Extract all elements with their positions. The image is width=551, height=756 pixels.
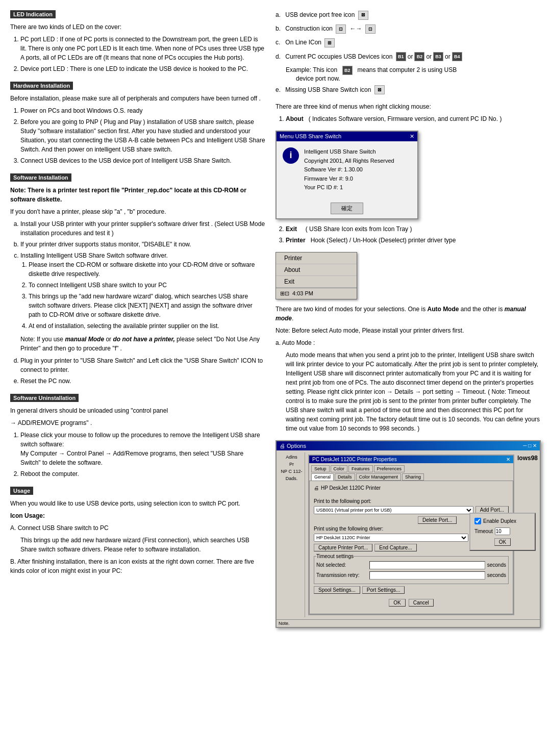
construction-icon-right: ⊡ <box>365 24 375 34</box>
usb-free-icon: ⊠ <box>358 11 368 20</box>
hardware-intro: Before installation, please make sure al… <box>10 94 265 103</box>
list-item: Reset the PC now. <box>20 376 265 386</box>
sidebar-label-dads: Dads. <box>286 476 298 481</box>
driver-select[interactable]: HP DeskJet 1120C Printer <box>314 534 468 542</box>
printer-dialog-title: 🖨 Options <box>280 443 306 449</box>
led-intro: There are two kinds of LED on the cover: <box>10 22 265 32</box>
transmission-input[interactable] <box>369 571 485 579</box>
uninstall-arrow: → ADD/REMOVE programs" . <box>10 418 265 427</box>
not-selected-input[interactable] <box>369 561 485 569</box>
icon-label-a: a. <box>276 10 284 20</box>
list-item: Plug in your printer to "USB Share Switc… <box>20 356 265 374</box>
missing-icon: ⊠ <box>374 85 385 94</box>
software-alpha-list: Install your USB printer with your print… <box>20 219 265 331</box>
or-1: or <box>408 52 413 62</box>
d-example-text: Example: This icon <box>286 66 339 73</box>
icon-row-c: c. On Line ICon ⊞ <box>276 38 541 47</box>
taskbar-icons: ⊞⊡ <box>280 290 289 297</box>
sidebar-label-np: NP C 112- <box>281 469 303 474</box>
printer-name-row: 🖨 HP DeskJet 1120C Printer <box>314 485 509 491</box>
inner-close-icon[interactable]: ✕ <box>506 457 510 462</box>
usage-section: Usage When you would like to use USB dev… <box>10 487 265 575</box>
tab-features[interactable]: Features <box>348 465 373 472</box>
d-example-text3: device port now. <box>296 75 340 82</box>
about-ok-button[interactable]: 確定 <box>331 203 363 214</box>
close-icon[interactable]: ✕ <box>410 133 414 140</box>
list-item: Device port LED : There is one LED to in… <box>20 64 265 73</box>
led-header: LED Indication <box>10 10 56 18</box>
enable-duplex-checkbox[interactable] <box>474 518 481 524</box>
not-selected-label: Not selected: <box>316 562 367 568</box>
printer-ok-button[interactable]: OK <box>389 599 405 607</box>
tab-sharing[interactable]: Sharing <box>402 473 424 481</box>
list-item: This brings up the "add new hardware wiz… <box>29 292 265 319</box>
list-item: If your printer driver supports status m… <box>20 240 265 249</box>
printer-sub-dialog: Adins Pr NP C 112- Dads. PC DeskJet 1120… <box>277 450 540 619</box>
context-menu-about[interactable]: About <box>276 264 357 276</box>
icon-text-a: USB device port free icon <box>284 10 357 20</box>
arrow-symbol: ←→ <box>349 24 362 34</box>
modes-section: There are two kind of modes for your sel… <box>276 305 541 433</box>
transmission-unit: seconds <box>487 572 506 578</box>
tab-preferences[interactable]: Preferences <box>374 465 405 472</box>
about-sw-ver: Software Ver #: 1.30.00 <box>304 165 394 174</box>
printer-cancel-button[interactable]: Cancel <box>409 599 434 607</box>
icon-row-d: d. Current PC occupies USB Devices icon … <box>276 52 541 62</box>
tab-setup[interactable]: Setup <box>311 465 330 472</box>
tab-color[interactable]: Color <box>331 465 348 472</box>
icon-text-b: Construction icon <box>284 24 334 34</box>
modes-note: Note: Before select Auto mode, Please in… <box>276 326 541 335</box>
list-item: Install your USB printer with your print… <box>20 219 265 238</box>
note-label: Note. <box>279 621 290 626</box>
software-alpha-list-2: Plug in your printer to "USB Share Switc… <box>20 356 265 386</box>
hardware-list: Power on PCs and boot Windows O.S. ready… <box>20 106 265 165</box>
d-example-row: Example: This icon B2 means that compute… <box>286 66 541 82</box>
printer-dialog: 🖨 Options ─ □ ✕ Adins Pr NP C 112- Dads. <box>276 440 541 628</box>
end-capture-button[interactable]: End Capture... <box>374 544 416 551</box>
led-section: LED Indication There are two kinds of LE… <box>10 10 265 73</box>
about-fw-ver: Firmware Ver #: 9.0 <box>304 174 394 184</box>
timeout-section: Timeout settings Not selected: seconds T… <box>314 553 509 584</box>
list-item: Please click your mouse to follow up the… <box>20 431 265 467</box>
icon-usage-header: Icon Usage: <box>10 511 265 520</box>
context-menu-exit[interactable]: Exit <box>276 276 357 288</box>
pc2-example-icon: B2 <box>342 66 353 75</box>
about-dialog-title: Menu USB Share Switch <box>280 133 341 139</box>
tab-general[interactable]: General <box>311 473 334 481</box>
spool-button[interactable]: Spool Settings... <box>314 586 360 594</box>
list-item: Reboot the computer. <box>20 469 265 478</box>
printer-dialog-titlebar: 🖨 Options ─ □ ✕ <box>277 441 540 450</box>
list-item: At end of installation, selecting the av… <box>29 321 265 331</box>
icon-row-e: e. Missing USB Share Switch icon ⊠ <box>276 85 541 95</box>
timeout-input[interactable] <box>495 527 510 535</box>
tab-color-mgmt[interactable]: Color Management <box>356 473 402 481</box>
uninstall-list: Please click your mouse to follow up the… <box>20 431 265 478</box>
menu-items-section: Exit ( USB Share Icon exits from Icon Tr… <box>276 224 541 245</box>
printer-left-sidebar: Adins Pr NP C 112- Dads. <box>279 452 305 617</box>
icon-list: a. USB device port free icon ⊠ b. Constr… <box>276 10 541 95</box>
taskbar: ⊞⊡ 4:03 PM <box>276 288 357 299</box>
capture-port-button[interactable]: Capture Printer Port... <box>314 544 372 551</box>
not-selected-row: Not selected: seconds <box>316 561 506 569</box>
uninstall-path: My Computer → Control Panel → Add/Remove… <box>20 450 243 466</box>
duplex-ok-button[interactable]: OK <box>494 538 511 546</box>
printer-bottom-label: Note. <box>277 619 540 627</box>
printer-win-controls[interactable]: ─ □ ✕ <box>523 443 537 449</box>
software-note2: Note: If you use manual Mode or do not h… <box>20 335 265 353</box>
uninstall-header: Software Uninstallation <box>10 394 79 402</box>
not-selected-unit: seconds <box>487 562 506 568</box>
pc4-icon: B4 <box>452 52 462 61</box>
hardware-section: Hardware Installation Before installatio… <box>10 82 265 165</box>
delete-port-button[interactable]: Delete Port... <box>418 516 457 524</box>
auto-mode-text: Auto mode means that when you send a pri… <box>286 350 541 433</box>
printer-tabs-2: General Details Color Management Sharing <box>309 472 513 481</box>
list-item: To connect Intelligent USB share switch … <box>29 281 265 290</box>
sidebar-label-adins: Adins <box>286 455 297 460</box>
info-icon: i <box>283 147 299 164</box>
icon-label-d: d. <box>276 52 284 62</box>
tab-details[interactable]: Details <box>335 473 355 481</box>
timeout-fieldset: Timeout settings Not selected: seconds T… <box>314 553 509 584</box>
port-settings-button[interactable]: Port Settings... <box>362 586 405 594</box>
port-select[interactable]: USB001 (Virtual printer port for USB) <box>314 506 473 514</box>
context-menu-printer[interactable]: Printer <box>276 253 357 264</box>
